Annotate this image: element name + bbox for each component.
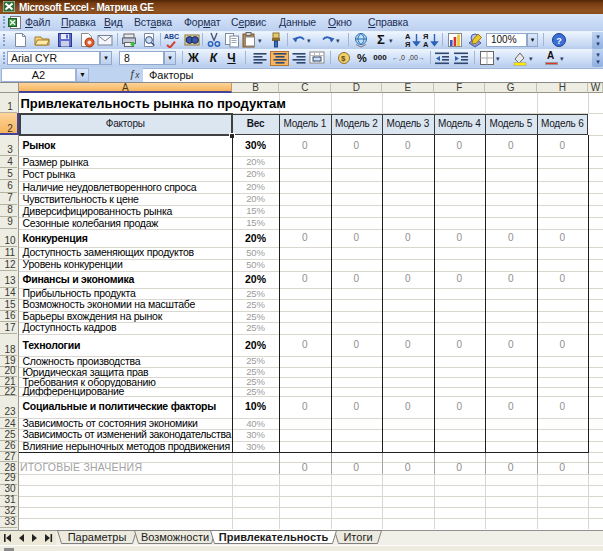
svg-text:$: $	[341, 54, 346, 63]
svg-text:?: ?	[556, 36, 562, 46]
svg-text:ABC: ABC	[164, 33, 179, 40]
svg-text:Я: Я	[405, 40, 410, 48]
svg-text:А: А	[423, 40, 429, 48]
